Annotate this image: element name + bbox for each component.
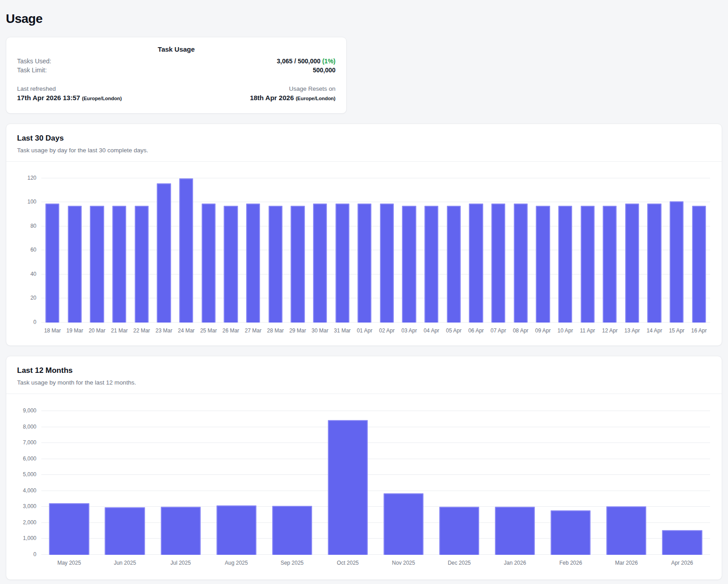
chart-bar-14-apr[interactable] <box>647 204 661 323</box>
chart-bar-27-mar[interactable] <box>246 204 260 323</box>
x-tick-label: 11 Apr <box>576 327 599 334</box>
chart-bar-19-mar[interactable] <box>68 206 82 323</box>
chart-bar-aug-2025[interactable] <box>216 505 256 555</box>
y-tick-label: 4,000 <box>23 487 41 494</box>
chart-bar-21-mar[interactable] <box>112 206 126 323</box>
bar-slot <box>175 163 198 323</box>
chart-bar-16-apr[interactable] <box>692 206 706 323</box>
chart-bar-may-2025[interactable] <box>49 503 89 555</box>
usage-page: Usage Task Usage Tasks Used: 3,065 / 500… <box>0 0 728 580</box>
chart-bar-09-apr[interactable] <box>536 206 550 323</box>
bar-slot <box>64 163 86 323</box>
task-usage-card: Task Usage Tasks Used: 3,065 / 500,000 (… <box>6 37 347 114</box>
last-refreshed-datetime: 17th Apr 2026 13:57 <box>17 94 80 102</box>
bar-slot <box>420 163 443 323</box>
refresh-row: Last refreshed 17th Apr 2026 13:57 (Euro… <box>17 85 335 102</box>
chart-bar-oct-2025[interactable] <box>328 420 368 555</box>
chart-bar-06-apr[interactable] <box>469 204 483 323</box>
bar-slot <box>487 398 543 555</box>
x-tick-label: Dec 2025 <box>432 560 487 566</box>
chart-bar-29-mar[interactable] <box>291 206 304 323</box>
chart-bar-jun-2025[interactable] <box>105 507 145 555</box>
chart-bar-23-mar[interactable] <box>157 183 171 323</box>
x-tick-label: Jun 2025 <box>97 560 153 566</box>
chart-bar-nov-2025[interactable] <box>384 493 424 555</box>
bar-slot <box>264 163 287 323</box>
chart-bar-26-mar[interactable] <box>224 206 238 323</box>
bar-slot <box>242 163 265 323</box>
usage-resets-date: 18th Apr 2026 <box>250 94 294 102</box>
chart-bar-jan-2026[interactable] <box>495 507 535 555</box>
bar-slot <box>576 163 599 323</box>
chart-bar-24-mar[interactable] <box>179 178 193 323</box>
bar-slot <box>41 398 97 555</box>
bar-slot <box>543 398 599 555</box>
chart-bar-25-mar[interactable] <box>202 204 216 323</box>
x-tick-label: Apr 2026 <box>654 560 710 566</box>
x-tick-label: 29 Mar <box>287 327 309 334</box>
x-tick-label: 12 Apr <box>599 327 621 334</box>
y-tick-label: 1,000 <box>23 535 41 541</box>
x-tick-label: 01 Apr <box>353 327 376 334</box>
chart-bar-31-mar[interactable] <box>335 204 349 323</box>
chart-bar-03-apr[interactable] <box>402 206 416 323</box>
chart-bar-jul-2025[interactable] <box>161 507 201 555</box>
chart-bar-02-apr[interactable] <box>380 204 394 323</box>
task-limit-label: Task Limit: <box>17 66 47 75</box>
bar-slot <box>599 163 621 323</box>
task-usage-card-title: Task Usage <box>17 45 335 53</box>
chart-bar-04-apr[interactable] <box>424 206 438 323</box>
chart-bar-15-apr[interactable] <box>670 201 684 323</box>
last-30-days-header: Last 30 Days Task usage by day for the l… <box>6 124 722 161</box>
tasks-used-row: Tasks Used: 3,065 / 500,000 (1%) <box>17 57 335 66</box>
chart-bar-dec-2025[interactable] <box>439 507 479 555</box>
daily-usage-bar-chart: 020406080100120 18 Mar19 Mar20 Mar21 Mar… <box>18 163 710 334</box>
x-tick-label: 07 Apr <box>487 327 510 334</box>
task-limit-value: 500,000 <box>313 66 335 75</box>
chart-bar-12-apr[interactable] <box>603 206 617 323</box>
chart-bar-11-apr[interactable] <box>581 206 595 323</box>
x-tick-label: 25 Mar <box>197 327 220 334</box>
last-refreshed-block: Last refreshed 17th Apr 2026 13:57 (Euro… <box>17 85 122 102</box>
last-30-days-card: Last 30 Days Task usage by day for the l… <box>6 124 722 346</box>
chart-bar-13-apr[interactable] <box>625 204 639 323</box>
chart-bar-07-apr[interactable] <box>491 204 505 323</box>
x-tick-label: Feb 2026 <box>543 560 599 566</box>
x-tick-label: 04 Apr <box>420 327 443 334</box>
x-tick-label: Aug 2025 <box>208 560 264 566</box>
last-refreshed-timezone: (Europe/London) <box>82 96 122 101</box>
tasks-used-label: Tasks Used: <box>17 57 51 66</box>
chart-bar-10-apr[interactable] <box>558 206 572 323</box>
y-tick-label: 80 <box>31 223 41 229</box>
y-tick-label: 7,000 <box>23 439 41 446</box>
chart-bar-05-apr[interactable] <box>447 206 461 323</box>
x-tick-label: Oct 2025 <box>320 560 375 566</box>
x-tick-label: 05 Apr <box>443 327 465 334</box>
y-tick-label: 8,000 <box>23 424 41 430</box>
y-tick-label: 20 <box>31 295 41 301</box>
chart-bar-08-apr[interactable] <box>514 204 528 323</box>
bar-slot <box>599 398 654 555</box>
chart-bar-22-mar[interactable] <box>135 206 149 323</box>
chart-bar-30-mar[interactable] <box>313 204 327 323</box>
y-tick-label: 0 <box>33 551 41 557</box>
chart-bar-18-mar[interactable] <box>45 204 59 323</box>
usage-resets-value: 18th Apr 2026 (Europe/London) <box>250 94 335 102</box>
daily-chart-plot-area: 020406080100120 <box>41 163 710 323</box>
chart-bar-mar-2026[interactable] <box>606 506 646 555</box>
x-tick-label: 03 Apr <box>398 327 420 334</box>
chart-bar-28-mar[interactable] <box>269 206 282 323</box>
last-12-months-title: Last 12 Months <box>17 366 711 375</box>
usage-resets-timezone: (Europe/London) <box>296 96 335 101</box>
chart-bar-01-apr[interactable] <box>357 204 371 323</box>
x-tick-label: Jul 2025 <box>153 560 208 566</box>
y-tick-label: 0 <box>33 319 41 325</box>
daily-usage-chart: 020406080100120 18 Mar19 Mar20 Mar21 Mar… <box>6 162 722 345</box>
chart-bar-feb-2026[interactable] <box>551 510 591 555</box>
chart-bar-apr-2026[interactable] <box>662 530 702 555</box>
bar-slot <box>41 163 64 323</box>
chart-bar-sep-2025[interactable] <box>272 506 312 555</box>
bar-slot <box>443 163 465 323</box>
usage-resets-block: Usage Resets on 18th Apr 2026 (Europe/Lo… <box>250 85 335 102</box>
chart-bar-20-mar[interactable] <box>90 206 104 323</box>
